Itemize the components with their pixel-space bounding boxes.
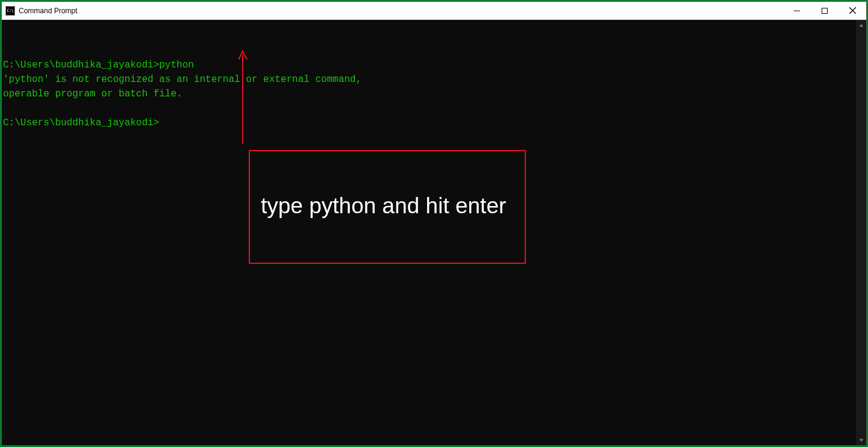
cmd-icon: C:\	[5, 6, 15, 16]
annotation-callout: type python and hit enter	[249, 150, 526, 264]
svg-marker-5	[859, 23, 863, 27]
titlebar[interactable]: C:\ Command Prompt	[2, 2, 866, 20]
maximize-button[interactable]	[811, 2, 838, 19]
prompt: C:\Users\buddhika_jayakodi>	[3, 117, 159, 128]
annotation-text: type python and hit enter	[261, 191, 514, 220]
svg-marker-6	[859, 439, 863, 442]
terminal-line: 'python' is not recognized as an interna…	[3, 72, 855, 87]
terminal-area: C:\Users\buddhika_jayakodi>python'python…	[2, 20, 866, 445]
terminal-line	[3, 101, 855, 116]
scroll-up-icon[interactable]	[856, 20, 866, 30]
minimize-button[interactable]	[783, 2, 811, 19]
cmd-window: C:\ Command Prompt C:\Users\buddhika_jay…	[1, 1, 867, 446]
terminal-line: C:\Users\buddhika_jayakodi>	[3, 116, 855, 130]
prompt: C:\Users\buddhika_jayakodi>	[3, 60, 159, 70]
terminal-line: C:\Users\buddhika_jayakodi>python	[3, 58, 855, 72]
terminal-line: operable program or batch file.	[3, 87, 855, 101]
vertical-scrollbar[interactable]	[856, 20, 866, 445]
window-controls	[783, 2, 866, 19]
terminal[interactable]: C:\Users\buddhika_jayakodi>python'python…	[2, 20, 856, 445]
svg-rect-1	[822, 8, 828, 13]
close-button[interactable]	[838, 2, 866, 19]
scrollbar-track[interactable]	[856, 30, 866, 435]
command: python	[159, 60, 194, 70]
window-title: Command Prompt	[19, 7, 783, 15]
scroll-down-icon[interactable]	[856, 435, 866, 445]
